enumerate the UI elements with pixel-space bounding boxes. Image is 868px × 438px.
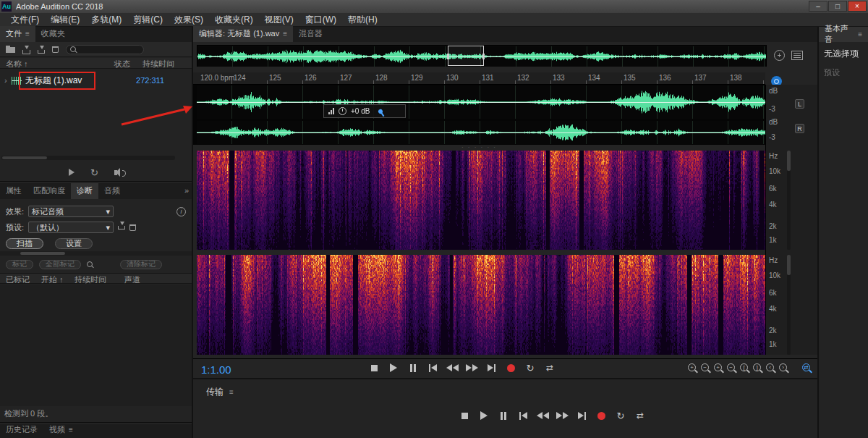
preview-play-icon[interactable] (69, 169, 75, 176)
waveform-right-canvas[interactable] (197, 121, 765, 144)
go-to-end-button[interactable] (484, 362, 498, 374)
tab-essential-sound[interactable]: 基本声音 ≡ (819, 27, 868, 42)
volume-hud[interactable]: +0 dB (323, 104, 406, 118)
tab-history[interactable]: 历史记录 (0, 422, 43, 438)
col-status[interactable]: 状态 (114, 59, 130, 70)
col-duration[interactable]: 持续时间 (75, 274, 106, 285)
minimize-button[interactable]: – (809, 1, 827, 12)
col-start[interactable]: 开始 ↑ (41, 274, 64, 285)
col-name[interactable]: 名称 ↑ (6, 59, 28, 70)
stop-button[interactable] (457, 410, 472, 421)
skip-selection-button[interactable]: ⇄ (542, 362, 557, 374)
clear-marks-button[interactable]: 清除标记 (120, 260, 162, 269)
spectrogram-right-canvas[interactable] (197, 255, 765, 355)
menu-clip[interactable]: 剪辑(C) (128, 14, 168, 26)
pin-icon[interactable] (378, 108, 383, 114)
open-file-icon[interactable] (6, 47, 15, 53)
volume-knob[interactable] (339, 107, 346, 115)
record-button[interactable] (503, 362, 518, 374)
overview-selection-box[interactable] (448, 46, 484, 66)
panel-menu-icon[interactable]: ≡ (229, 388, 234, 396)
col-marked[interactable]: 已标记 (6, 274, 30, 285)
info-icon[interactable]: i (176, 207, 186, 216)
overview-strip[interactable] (197, 45, 767, 67)
effect-dropdown[interactable]: 标记音频 ▾ (28, 206, 114, 217)
waveform-left-canvas[interactable] (197, 85, 765, 119)
menu-multitrack[interactable]: 多轨(M) (86, 14, 127, 26)
left-channel-button[interactable]: L (795, 99, 804, 109)
tab-match-loudness[interactable]: 匹配响度 (27, 183, 71, 199)
tab-favorites[interactable]: 收藏夹 (35, 26, 71, 42)
zoom-out-time-icon[interactable]: − (727, 363, 735, 371)
tab-video[interactable]: 视频 ≡ (43, 422, 79, 438)
panel-menu-icon[interactable]: ≡ (858, 30, 862, 38)
loop-playback-button[interactable]: ↻ (523, 362, 537, 374)
skip-selection-button[interactable]: ⇄ (633, 410, 647, 421)
panel-menu-icon[interactable]: ≡ (25, 30, 30, 38)
pause-button[interactable] (496, 410, 511, 421)
stop-button[interactable] (367, 362, 381, 374)
zoom-in-time-icon[interactable]: + (714, 363, 722, 371)
files-search-field[interactable] (66, 45, 144, 54)
preview-loop-icon[interactable]: ↻ (90, 168, 98, 177)
panel-menu-icon[interactable]: ≡ (283, 30, 287, 38)
scrollbar-thumb[interactable] (20, 252, 65, 255)
diagnostics-scrollbar[interactable] (0, 251, 192, 256)
import-file-icon[interactable] (22, 50, 30, 54)
settings-button[interactable]: 设置 (55, 238, 93, 249)
save-preset-icon[interactable] (118, 226, 125, 229)
play-button[interactable] (386, 362, 401, 374)
splitter-handle[interactable]: · · · · · · (193, 145, 765, 151)
zoom-selection-left-icon[interactable]: [ (740, 363, 748, 371)
expander-icon[interactable]: › (4, 76, 7, 85)
rewind-button[interactable] (535, 410, 550, 421)
loop-playback-button[interactable]: ↻ (613, 410, 628, 421)
panel-menu-icon[interactable]: ≡ (69, 426, 73, 434)
close-button[interactable]: × (848, 1, 867, 12)
menu-effects[interactable]: 效果(S) (169, 14, 208, 26)
tab-editor[interactable]: 编辑器: 无标题 (1).wav ≡ (193, 26, 293, 42)
pause-button[interactable] (406, 362, 420, 374)
right-channel-button[interactable]: R (795, 124, 804, 133)
maximize-button[interactable]: □ (828, 1, 847, 12)
find-levels-icon[interactable] (87, 261, 93, 267)
tab-diagnostics[interactable]: 诊断 (71, 183, 98, 199)
scrollbar-thumb[interactable] (787, 151, 791, 171)
zoom-full-icon[interactable]: ⇄ (802, 363, 810, 371)
timeline-ruler[interactable]: 120.0 bpm 124 125 126 127 128 129 130 13… (193, 72, 765, 85)
file-list-item[interactable]: › 无标题 (1).wav 272:311 (0, 72, 192, 89)
preset-dropdown[interactable]: （默认） ▾ (28, 222, 114, 233)
menu-window[interactable]: 窗口(W) (300, 14, 341, 26)
menu-favorites[interactable]: 收藏夹(R) (210, 14, 258, 26)
go-to-start-button[interactable] (516, 410, 530, 421)
menu-view[interactable]: 视图(V) (260, 14, 299, 26)
spectrogram-left-scrollbar[interactable] (787, 151, 791, 250)
fast-forward-button[interactable] (464, 362, 479, 374)
menu-file[interactable]: 文件(F) (6, 14, 44, 26)
menu-help[interactable]: 帮助(H) (343, 14, 383, 26)
zoom-selection-right-icon[interactable]: ] (753, 363, 761, 371)
col-duration[interactable]: 持续时间 (142, 59, 174, 70)
zoom-out-icon[interactable]: − (701, 363, 709, 371)
zoom-selection-out-icon[interactable]: › (779, 363, 787, 371)
files-horizontal-scrollbar[interactable] (1, 156, 175, 160)
zoom-in-icon[interactable]: + (688, 363, 696, 371)
editor-list-icon[interactable] (791, 51, 803, 60)
overview-zoom-icon[interactable]: + (774, 50, 785, 61)
mark-button[interactable]: 标记 (6, 260, 33, 269)
delete-file-icon[interactable] (52, 46, 59, 53)
spectrogram-right-scrollbar[interactable] (787, 255, 791, 355)
go-to-start-button[interactable] (425, 362, 440, 374)
tab-files[interactable]: 文件 ≡ (0, 26, 35, 42)
mark-all-button[interactable]: 全部标记 (39, 260, 81, 269)
delete-preset-icon[interactable] (129, 224, 136, 231)
spectrogram-left-canvas[interactable] (197, 151, 765, 250)
col-channel[interactable]: 声道 (124, 274, 140, 285)
go-to-end-button[interactable] (574, 410, 589, 421)
preview-volume-icon[interactable] (114, 170, 117, 175)
fast-forward-button[interactable] (555, 410, 569, 421)
tab-overflow-icon[interactable]: » (184, 186, 189, 195)
marks-list[interactable] (0, 285, 192, 406)
rewind-button[interactable] (445, 362, 459, 374)
menu-edit[interactable]: 编辑(E) (46, 14, 85, 26)
